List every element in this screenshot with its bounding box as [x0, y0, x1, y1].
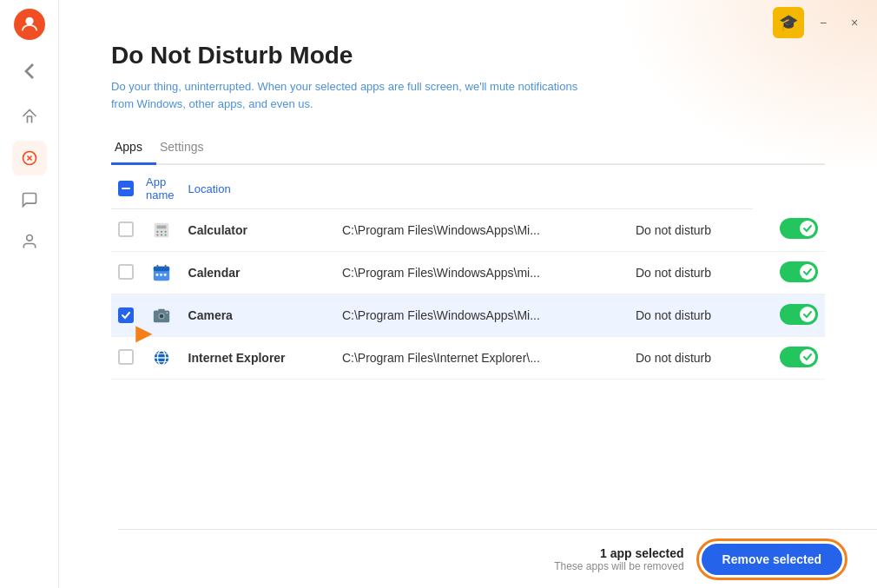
page-title: Do Not Disturb Mode [111, 42, 825, 69]
sidebar-item-user[interactable] [12, 224, 47, 259]
checkbox-internet-explorer[interactable] [118, 349, 134, 365]
checkbox-calculator[interactable] [118, 221, 134, 237]
svg-rect-3 [122, 188, 130, 189]
page-description: Do your thing, uninterrupted. When your … [111, 78, 615, 112]
svg-rect-16 [156, 274, 159, 276]
table-row: CalendarC:\Program Files\WindowsApps\mi.… [111, 252, 825, 294]
app-status-camera: Do not disturb [629, 294, 753, 337]
svg-point-8 [164, 231, 166, 233]
arrow-indicator: ► [130, 317, 158, 349]
header-app-name: App name [142, 165, 181, 209]
svg-point-2 [26, 235, 32, 241]
titlebar-app-icon: 🎓 [773, 7, 804, 38]
svg-point-0 [25, 17, 33, 25]
header-location: Location [181, 165, 335, 209]
table-row: CameraC:\Program Files\WindowsApps\Mi...… [111, 294, 825, 337]
app-toggle-cell-calculator [753, 209, 825, 252]
toggle-knob-camera [800, 307, 815, 322]
app-toggle-cell-internet-explorer [753, 337, 825, 380]
toggle-knob-calculator [800, 221, 815, 236]
svg-point-9 [156, 234, 158, 235]
footer-note: These apps will be removed [554, 560, 683, 572]
svg-rect-13 [154, 267, 169, 272]
app-icon-calculator [142, 209, 181, 252]
svg-rect-17 [160, 274, 162, 276]
app-status-internet-explorer: Do not disturb [629, 337, 753, 380]
content-area: Do Not Disturb Mode Do your thing, unint… [59, 0, 877, 588]
footer-bar: 1 app selected These apps will be remove… [118, 529, 877, 588]
minimize-button[interactable]: − [811, 10, 835, 35]
app-name-internet-explorer: Internet Explorer [181, 337, 335, 380]
tab-apps[interactable]: Apps [111, 133, 156, 165]
sidebar-item-home[interactable] [12, 99, 47, 134]
app-location-calculator: C:\Program Files\WindowsApps\Mi... [335, 209, 629, 252]
footer-info: 1 app selected These apps will be remove… [554, 546, 683, 572]
toggle-knob-internet-explorer [800, 349, 815, 365]
app-toggle-cell-camera [753, 294, 825, 337]
svg-point-7 [161, 231, 162, 233]
remove-selected-button[interactable]: Remove selected [702, 544, 842, 575]
tabs-bar: Apps Settings [111, 133, 825, 165]
svg-point-23 [167, 312, 168, 314]
app-name-calculator: Calculator [181, 209, 335, 252]
header-status [335, 165, 629, 209]
svg-rect-22 [158, 309, 164, 312]
sidebar [0, 0, 59, 588]
sidebar-back-button[interactable] [16, 57, 43, 85]
app-status-calculator: Do not disturb [629, 209, 753, 252]
sidebar-item-chat[interactable] [12, 182, 47, 217]
app-toggle-cell-calendar [753, 252, 825, 294]
svg-point-21 [160, 314, 164, 319]
svg-rect-18 [164, 274, 167, 276]
app-location-camera: C:\Program Files\WindowsApps\Mi... [335, 294, 629, 337]
svg-rect-5 [157, 226, 167, 229]
svg-point-11 [164, 234, 166, 235]
app-toggle-calculator[interactable] [780, 218, 818, 239]
close-button[interactable]: × [842, 10, 867, 35]
checkbox-calendar[interactable] [118, 264, 134, 280]
app-location-internet-explorer: C:\Program Files\Internet Explorer\... [335, 337, 629, 380]
svg-rect-15 [165, 265, 167, 268]
table-row: CalculatorC:\Program Files\WindowsApps\M… [111, 209, 825, 252]
app-name-calendar: Calendar [181, 252, 335, 294]
sidebar-item-dnd[interactable] [12, 141, 47, 175]
table-row: Internet ExplorerC:\Program Files\Intern… [111, 337, 825, 380]
app-status-calendar: Do not disturb [629, 252, 753, 294]
svg-rect-14 [157, 265, 159, 268]
sidebar-nav [12, 57, 47, 588]
titlebar: 🎓 − × [762, 0, 877, 45]
app-toggle-calendar[interactable] [780, 261, 818, 282]
header-toggle [629, 165, 753, 209]
header-check [111, 165, 142, 209]
selected-count: 1 app selected [554, 546, 683, 560]
app-logo [14, 9, 45, 40]
select-all-checkbox[interactable] [118, 181, 134, 196]
titlebar-icon-emoji: 🎓 [779, 13, 798, 32]
app-location-calendar: C:\Program Files\WindowsApps\mi... [335, 252, 629, 294]
svg-point-6 [156, 231, 158, 233]
app-toggle-internet-explorer[interactable] [780, 347, 818, 367]
app-name-camera: Camera [181, 294, 335, 337]
main-content: 🎓 − × Do Not Disturb Mode Do your thing,… [59, 0, 877, 588]
tab-settings[interactable]: Settings [156, 133, 218, 165]
app-toggle-camera[interactable] [780, 304, 818, 325]
toggle-knob-calendar [800, 264, 815, 280]
apps-table: App name Location CalculatorC:\Program F… [111, 165, 825, 380]
svg-point-10 [161, 234, 162, 235]
app-icon-calendar [142, 252, 181, 294]
